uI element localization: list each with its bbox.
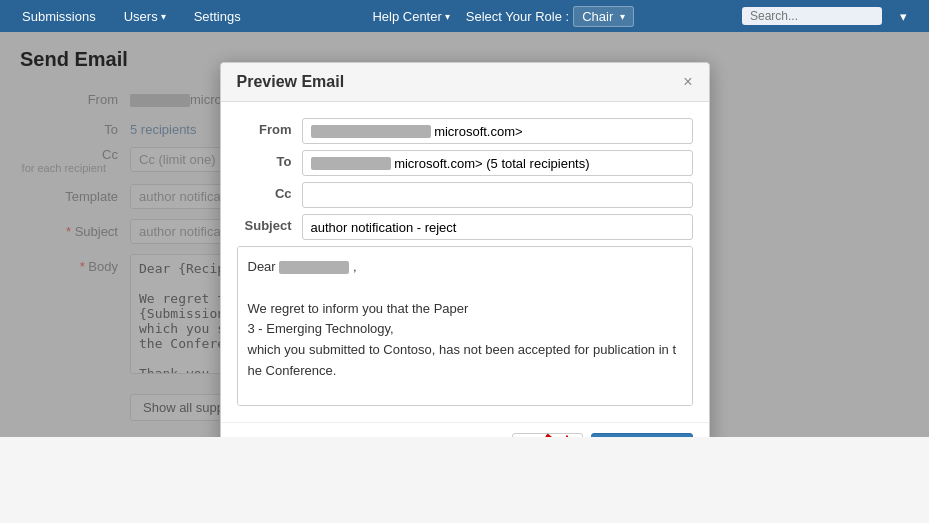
nav-item-help-center[interactable]: Help Center ▾ [360,0,461,32]
modal-email-body: Dear , We regret to inform you that the … [237,246,693,406]
modal-cc-label: Cc [237,182,302,201]
modal-to-value: microsoft.com> (5 total recipients) [302,150,693,176]
role-label: Select Your Role : [466,9,569,24]
help-center-caret: ▾ [445,11,450,22]
main-content: Send Email From microsoft.co To 5 recipi… [0,32,929,437]
preview-email-modal: Preview Email × From microsoft.com> To m… [220,62,710,437]
modal-body: From microsoft.com> To microsoft.com> (5… [221,102,709,422]
modal-to-label: To [237,150,302,169]
nav-item-submissions[interactable]: Submissions [10,0,108,32]
modal-to-row: To microsoft.com> (5 total recipients) [237,150,693,176]
modal-cc-row: Cc [237,182,693,208]
modal-subject-value: author notification - reject [302,214,693,240]
modal-from-label: From [237,118,302,137]
modal-footer: Cancel Send emails [221,422,709,437]
modal-subject-row: Subject author notification - reject [237,214,693,240]
nav-user-menu[interactable]: ▾ [888,0,919,32]
modal-subject-label: Subject [237,214,302,233]
close-icon[interactable]: × [683,74,692,90]
modal-from-row: From microsoft.com> [237,118,693,144]
role-selector[interactable]: Chair ▾ [573,6,634,27]
search-input[interactable] [742,7,882,25]
modal-title: Preview Email [237,73,345,91]
modal-overlay: Preview Email × From microsoft.com> To m… [0,32,929,437]
modal-cc-value [302,182,693,208]
nav-right: ▾ [742,0,919,32]
modal-from-value: microsoft.com> [302,118,693,144]
navbar: Submissions Users ▾ Settings Help Center… [0,0,929,32]
modal-header: Preview Email × [221,63,709,102]
cancel-button[interactable]: Cancel [512,433,582,437]
send-emails-button[interactable]: Send emails [591,433,693,437]
nav-item-settings[interactable]: Settings [182,0,253,32]
nav-item-users[interactable]: Users ▾ [112,0,178,32]
role-caret: ▾ [620,11,625,22]
nav-center: Help Center ▾ Select Your Role : Chair ▾ [360,0,634,32]
users-dropdown-caret: ▾ [161,11,166,22]
